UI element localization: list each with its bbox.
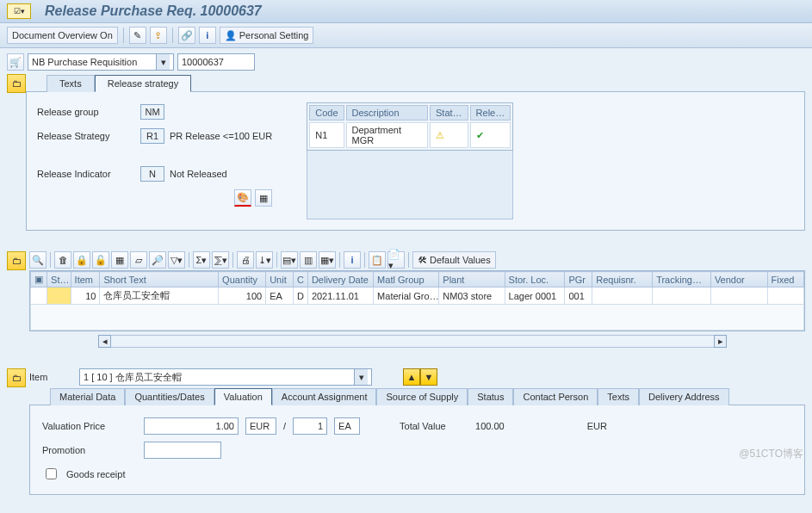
col-short-text[interactable]: Short Text bbox=[100, 272, 219, 287]
attachment-icon[interactable]: 🔗 bbox=[178, 27, 195, 44]
req-number-input[interactable]: 10000637 bbox=[177, 53, 255, 71]
dropdown-icon: ▾ bbox=[354, 369, 368, 385]
delete-icon[interactable]: 🗑 bbox=[54, 251, 71, 269]
currency-input[interactable]: EUR bbox=[245, 417, 276, 435]
watermark: @51CTO博客 bbox=[739, 447, 803, 461]
release-indicator-value: N bbox=[140, 166, 164, 182]
subtotal-icon[interactable]: ⅀▾ bbox=[212, 251, 229, 269]
select-all-icon[interactable]: ▦ bbox=[111, 251, 128, 269]
release-group-value: NM bbox=[140, 104, 164, 120]
tab-contact-person[interactable]: Contact Person bbox=[513, 388, 598, 405]
app-icon[interactable]: ☑▾ bbox=[7, 3, 31, 19]
release-detail-button[interactable]: ▦ bbox=[255, 189, 272, 207]
collapse-header-button[interactable]: 🗀 bbox=[7, 74, 26, 93]
col-vendor[interactable]: Vendor bbox=[710, 272, 767, 287]
separator bbox=[123, 28, 124, 43]
tab-texts[interactable]: Texts bbox=[46, 75, 95, 92]
col-matl-group[interactable]: Matl Group bbox=[374, 272, 439, 287]
warning-icon: ⚠ bbox=[436, 130, 444, 140]
col-status[interactable]: St… bbox=[47, 272, 71, 287]
col-requisnr[interactable]: Requisnr. bbox=[592, 272, 653, 287]
document-overview-button[interactable]: Document Overview On bbox=[7, 27, 118, 44]
col-c[interactable]: C bbox=[293, 272, 307, 287]
layout2-icon[interactable]: ▥ bbox=[300, 251, 317, 269]
deselect-icon[interactable]: ▱ bbox=[130, 251, 147, 269]
release-group-label: Release group bbox=[37, 107, 140, 117]
pin-icon[interactable]: ⇪ bbox=[150, 27, 167, 44]
req-type-select[interactable]: NB Purchase Requisition ▾ bbox=[28, 53, 174, 71]
copy-icon[interactable]: 📋 bbox=[369, 251, 386, 269]
scroll-right-icon[interactable]: ▸ bbox=[714, 335, 727, 348]
col-pgr[interactable]: PGr bbox=[565, 272, 592, 287]
valuation-price-label: Valuation Price bbox=[42, 421, 137, 431]
item-grid: ▣ St… Item Short Text Quantity Unit C De… bbox=[30, 271, 804, 331]
item-select[interactable]: 1 [ 10 ] 仓库员工安全帽 ▾ bbox=[79, 368, 372, 386]
item-prev-button[interactable]: ▲ bbox=[403, 368, 420, 386]
unit-input[interactable]: EA bbox=[334, 417, 360, 435]
item-label: Item bbox=[29, 372, 72, 382]
col-plant[interactable]: Plant bbox=[439, 272, 505, 287]
col-delivery-date[interactable]: Delivery Date bbox=[307, 272, 373, 287]
detail-icon[interactable]: 🔍 bbox=[29, 251, 46, 269]
tab-status[interactable]: Status bbox=[468, 388, 513, 405]
table-row-empty bbox=[31, 305, 804, 331]
per-input[interactable]: 1 bbox=[293, 417, 327, 435]
table-row[interactable]: 10 仓库员工安全帽 100 EA D 2021.11.01 Material … bbox=[31, 287, 804, 305]
tab-account-assignment[interactable]: Account Assignment bbox=[272, 388, 377, 405]
info-icon[interactable]: i bbox=[199, 27, 216, 44]
export-icon[interactable]: ⤓▾ bbox=[256, 251, 273, 269]
col-rele: Rele… bbox=[470, 105, 511, 121]
tab-quantities-dates[interactable]: Quantities/Dates bbox=[125, 388, 214, 405]
release-strategy-text: PR Release <=100 EUR bbox=[170, 131, 272, 141]
print-icon[interactable]: 🖨 bbox=[237, 251, 254, 269]
release-indicator-text: Not Released bbox=[170, 169, 227, 179]
lock-icon[interactable]: 🔒 bbox=[73, 251, 90, 269]
col-code: Code bbox=[309, 105, 344, 121]
col-select[interactable]: ▣ bbox=[31, 272, 47, 287]
col-stor-loc[interactable]: Stor. Loc. bbox=[505, 272, 565, 287]
collapse-items-button[interactable]: 🗀 bbox=[7, 251, 26, 270]
wrench-icon: 🛠 bbox=[418, 255, 427, 265]
scroll-track[interactable] bbox=[111, 335, 714, 348]
release-strategy-panel: Release group NM Release Strategy R1 PR … bbox=[26, 91, 805, 231]
col-item[interactable]: Item bbox=[71, 272, 100, 287]
valuation-price-input[interactable]: 1.00 bbox=[144, 417, 239, 435]
tab-release-strategy[interactable]: Release strategy bbox=[95, 75, 192, 92]
table-row[interactable]: N1 Department MGR ⚠ ✔ bbox=[309, 122, 511, 148]
tab-source-of-supply[interactable]: Source of Supply bbox=[376, 388, 468, 405]
wand-icon[interactable]: ✎ bbox=[129, 27, 146, 44]
cart-icon[interactable]: 🛒 bbox=[7, 53, 24, 71]
filter-icon[interactable]: ▽▾ bbox=[168, 251, 185, 269]
tab-texts-item[interactable]: Texts bbox=[598, 388, 639, 405]
promotion-input[interactable] bbox=[144, 442, 221, 459]
layout-icon[interactable]: ▤▾ bbox=[281, 251, 298, 269]
scroll-left-icon[interactable]: ◂ bbox=[98, 335, 111, 348]
release-icon-button[interactable]: 🎨 bbox=[234, 189, 251, 207]
col-tracking[interactable]: Tracking… bbox=[653, 272, 711, 287]
sum-icon[interactable]: Σ▾ bbox=[193, 251, 210, 269]
col-quantity[interactable]: Quantity bbox=[219, 272, 266, 287]
paste-icon[interactable]: 📄▾ bbox=[387, 251, 405, 269]
dropdown-icon: ▾ bbox=[156, 54, 170, 70]
total-value-label: Total Value bbox=[400, 421, 446, 431]
tab-delivery-address[interactable]: Delivery Address bbox=[639, 388, 729, 405]
goods-receipt-checkbox[interactable] bbox=[46, 468, 57, 479]
find-icon[interactable]: 🔎 bbox=[149, 251, 166, 269]
page-title: Release Purchase Req. 10000637 bbox=[45, 3, 262, 19]
col-unit[interactable]: Unit bbox=[266, 272, 294, 287]
layout3-icon[interactable]: ▦▾ bbox=[319, 251, 336, 269]
release-strategy-label: Release Strategy bbox=[37, 131, 140, 141]
tab-material-data[interactable]: Material Data bbox=[50, 388, 125, 405]
item-next-button[interactable]: ▼ bbox=[420, 368, 437, 386]
release-strategy-value: R1 bbox=[140, 128, 164, 144]
release-indicator-label: Release Indicator bbox=[37, 169, 140, 179]
info2-icon[interactable]: i bbox=[344, 251, 361, 269]
default-values-button[interactable]: 🛠 Default Values bbox=[412, 251, 496, 269]
app-toolbar: Document Overview On ✎ ⇪ 🔗 i 👤 Personal … bbox=[0, 23, 812, 48]
collapse-item-detail-button[interactable]: 🗀 bbox=[7, 368, 26, 387]
unlock-icon[interactable]: 🔓 bbox=[92, 251, 109, 269]
col-fixed[interactable]: Fixed bbox=[767, 272, 803, 287]
tab-valuation[interactable]: Valuation bbox=[214, 388, 272, 405]
personal-setting-button[interactable]: 👤 Personal Setting bbox=[220, 27, 314, 44]
release-action-icon: ✔ bbox=[476, 130, 484, 140]
